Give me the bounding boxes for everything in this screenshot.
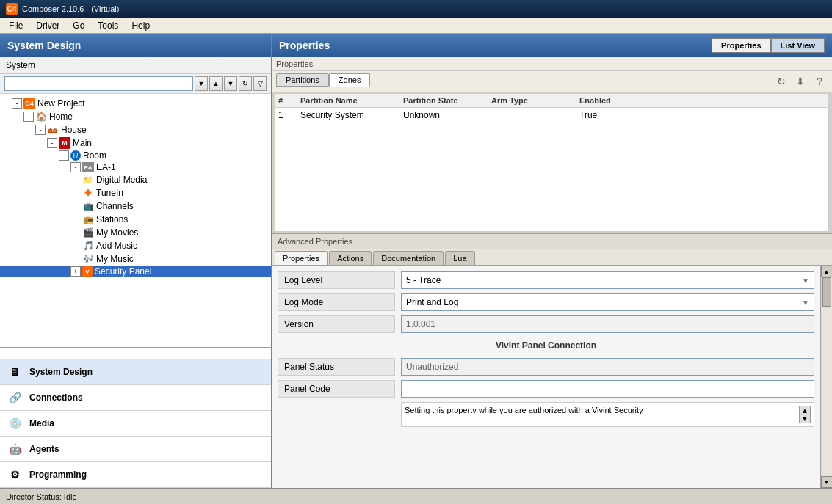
advanced-header: Advanced Properties — [272, 233, 832, 249]
tree-item-house[interactable]: - 🏘 House — [0, 123, 271, 136]
label-room: Room — [83, 150, 106, 161]
tree-item-channels[interactable]: 📺 Channels — [0, 200, 271, 213]
menu-tools[interactable]: Tools — [92, 19, 124, 32]
tab-list-view[interactable]: List View — [771, 38, 825, 53]
menu-file[interactable]: File — [3, 19, 29, 32]
note-scroll-btn[interactable]: ▲▼ — [799, 406, 811, 423]
label-main: Main — [73, 138, 92, 148]
refresh-btn[interactable]: ↻ — [239, 76, 252, 91]
search-bar: ▼ ▲ ▼ ↻ ▽ — [0, 74, 271, 94]
adv-tab-lua[interactable]: Lua — [445, 251, 474, 265]
tree-item-tunein[interactable]: ✚ TuneIn — [0, 186, 271, 200]
log-mode-arrow: ▼ — [802, 299, 809, 307]
icon-c4: C4 — [23, 98, 35, 109]
help-btn[interactable]: ? — [811, 73, 828, 90]
tree-item-add-music[interactable]: 🎵 Add Music — [0, 239, 271, 252]
partition-table: # Partition Name Partition State Arm Typ… — [275, 93, 829, 232]
value-log-level[interactable]: 5 - Trace ▼ — [401, 271, 814, 289]
label-ea1: EA-1 — [96, 162, 116, 172]
expand-new-project[interactable]: - — [12, 98, 22, 109]
tab-properties[interactable]: Properties — [712, 38, 770, 53]
log-mode-text: Print and Log — [406, 297, 458, 307]
adv-tab-documentation[interactable]: Documentation — [373, 251, 444, 265]
main-layout: System Design System ▼ ▲ ▼ ↻ ▽ - C4 New … — [0, 34, 832, 488]
adv-tab-actions[interactable]: Actions — [329, 251, 372, 265]
advanced-properties: Advanced Properties Properties Actions D… — [272, 233, 832, 488]
menu-driver[interactable]: Driver — [30, 19, 65, 32]
prop-row-panel-status: Panel Status Unauthorized — [278, 358, 814, 376]
tree-item-my-movies[interactable]: 🎬 My Movies — [0, 226, 271, 239]
header-tabs: Properties List View — [712, 38, 825, 53]
properties-header: Properties Properties List View — [272, 34, 832, 57]
tree-container: - C4 New Project - 🏠 Home - 🏘 House — [0, 94, 271, 347]
tab-partitions[interactable]: Partitions — [276, 73, 329, 87]
up-btn[interactable]: ▲ — [209, 76, 223, 91]
scroll-down-btn[interactable]: ▼ — [821, 476, 833, 488]
note-text: Setting this property while you are auth… — [405, 406, 643, 414]
nav-programming[interactable]: ⚙ Programming — [0, 462, 271, 488]
expand-ea1[interactable]: - — [70, 162, 81, 172]
tree-item-digital-media[interactable]: 📁 Digital Media — [0, 173, 271, 186]
dropdown-btn[interactable]: ▼ — [195, 76, 208, 91]
download-btn[interactable]: ⬇ — [792, 73, 809, 90]
filter-btn[interactable]: ▽ — [253, 76, 267, 91]
row-num: 1 — [278, 110, 300, 120]
icon-security-v: V — [82, 266, 93, 277]
system-label: System — [0, 57, 271, 74]
menu-help[interactable]: Help — [126, 19, 156, 32]
system-design-header: System Design — [0, 34, 271, 57]
nav-divider: · · · · · · · · — [0, 348, 271, 359]
right-panel: Properties Properties List View Properti… — [272, 34, 832, 488]
label-home: Home — [49, 112, 73, 122]
menu-go[interactable]: Go — [67, 19, 90, 32]
search-input[interactable] — [4, 76, 193, 91]
label-new-project: New Project — [37, 98, 85, 109]
refresh-props-btn[interactable]: ↻ — [773, 73, 789, 90]
tab-zones[interactable]: Zones — [329, 73, 371, 87]
table-header: # Partition Name Partition State Arm Typ… — [275, 94, 828, 108]
down-btn[interactable]: ▼ — [224, 76, 237, 91]
nav-connections[interactable]: 🔗 Connections — [0, 385, 271, 411]
tree-item-my-music[interactable]: 🎶 My Music — [0, 252, 271, 266]
expand-room[interactable]: - — [59, 150, 69, 161]
tree-item-stations[interactable]: 📻 Stations — [0, 213, 271, 226]
expand-main[interactable]: - — [47, 138, 57, 148]
expand-house[interactable]: - — [35, 125, 46, 135]
icon-stations: 📻 — [82, 213, 94, 225]
tree-item-main[interactable]: - M Main — [0, 136, 271, 150]
log-level-arrow: ▼ — [802, 277, 809, 285]
expand-home[interactable]: - — [23, 112, 34, 122]
tree-item-home[interactable]: - 🏠 Home — [0, 110, 271, 123]
tree-item-new-project[interactable]: - C4 New Project — [0, 97, 271, 110]
properties-sub-label: Properties — [276, 59, 313, 68]
label-log-level: Log Level — [278, 271, 395, 289]
label-panel-status: Panel Status — [278, 358, 395, 376]
icon-main: M — [59, 137, 70, 149]
row-state: Unknown — [403, 110, 491, 120]
col-arm-type: Arm Type — [491, 96, 579, 105]
expand-security-panel[interactable]: + — [70, 266, 81, 277]
tree-item-ea1[interactable]: - EA EA-1 — [0, 161, 271, 173]
value-panel-code[interactable] — [401, 380, 814, 398]
row-name: Security System — [300, 110, 403, 120]
value-log-mode[interactable]: Print and Log ▼ — [401, 293, 814, 311]
nav-media[interactable]: 💿 Media — [0, 411, 271, 437]
nav-label-connections: Connections — [29, 392, 83, 403]
nav-system-design[interactable]: 🖥 System Design — [0, 359, 271, 385]
label-house: House — [61, 125, 87, 135]
section-title-vivint: Vivint Panel Connection — [278, 337, 814, 354]
nav-agents[interactable]: 🤖 Agents — [0, 437, 271, 462]
adv-tab-properties[interactable]: Properties — [275, 251, 328, 265]
table-row[interactable]: 1 Security System Unknown True — [275, 108, 828, 123]
scroll-up-btn[interactable]: ▲ — [821, 266, 833, 277]
icon-tunein: ✚ — [82, 187, 94, 199]
bottom-nav: · · · · · · · · 🖥 System Design 🔗 Connec… — [0, 347, 271, 488]
tree-item-security-panel[interactable]: + V Security Panel — [0, 266, 271, 277]
col-name: Partition Name — [300, 96, 403, 105]
nav-icon-connections: 🔗 — [6, 389, 23, 406]
label-channels: Channels — [96, 201, 134, 211]
log-level-text: 5 - Trace — [406, 275, 441, 285]
tree-item-room[interactable]: - R Room — [0, 150, 271, 161]
nav-icon-agents: 🤖 — [6, 440, 23, 458]
scroll-thumb[interactable] — [822, 277, 831, 307]
